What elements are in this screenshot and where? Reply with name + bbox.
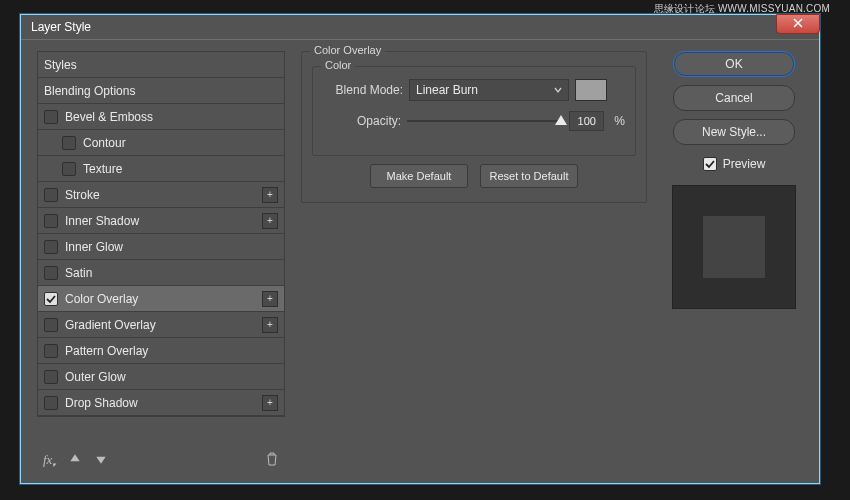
add-instance-button[interactable]: + — [262, 187, 278, 203]
dialog-actions: OK Cancel New Style... Preview — [663, 51, 805, 475]
effect-checkbox[interactable] — [44, 318, 58, 332]
effect-checkbox[interactable] — [62, 136, 76, 150]
effect-row-inner-glow[interactable]: Inner Glow — [38, 234, 284, 260]
add-instance-button[interactable]: + — [262, 395, 278, 411]
settings-panel: Color Overlay Color Blend Mode: Linear B… — [297, 51, 651, 475]
opacity-input[interactable]: 100 — [569, 111, 604, 131]
ok-button[interactable]: OK — [673, 51, 795, 77]
effect-checkbox[interactable] — [44, 292, 58, 306]
slider-thumb[interactable] — [555, 115, 567, 125]
effect-label: Color Overlay — [65, 292, 262, 306]
reset-default-button[interactable]: Reset to Default — [480, 164, 578, 188]
effect-row-outer-glow[interactable]: Outer Glow — [38, 364, 284, 390]
preview-inner — [703, 216, 765, 278]
color-overlay-group: Color Overlay Color Blend Mode: Linear B… — [301, 51, 647, 203]
effect-label: Inner Shadow — [65, 214, 262, 228]
effect-row-inner-shadow[interactable]: Inner Shadow+ — [38, 208, 284, 234]
effect-label: Stroke — [65, 188, 262, 202]
effect-checkbox[interactable] — [44, 214, 58, 228]
effect-checkbox[interactable] — [62, 162, 76, 176]
effect-label: Contour — [83, 136, 278, 150]
color-group-title: Color — [321, 59, 355, 71]
preview-checkbox[interactable] — [703, 157, 717, 171]
titlebar-title: Layer Style — [31, 20, 91, 34]
effect-row-bevel-emboss[interactable]: Bevel & Emboss — [38, 104, 284, 130]
styles-list: Styles Blending Options Bevel & EmbossCo… — [37, 51, 285, 417]
close-icon — [793, 17, 803, 31]
blending-options[interactable]: Blending Options — [38, 78, 284, 104]
effect-row-drop-shadow[interactable]: Drop Shadow+ — [38, 390, 284, 416]
opacity-label: Opacity: — [323, 114, 401, 128]
effect-checkbox[interactable] — [44, 110, 58, 124]
effect-row-contour[interactable]: Contour — [38, 130, 284, 156]
fx-menu-button[interactable]: fx▾ — [43, 452, 56, 469]
effect-checkbox[interactable] — [44, 188, 58, 202]
effect-row-color-overlay[interactable]: Color Overlay+ — [38, 286, 284, 312]
trash-icon[interactable] — [265, 452, 279, 470]
slider-track — [407, 120, 563, 122]
styles-panel: Styles Blending Options Bevel & EmbossCo… — [37, 51, 285, 475]
overlay-color-swatch[interactable] — [575, 79, 607, 101]
move-up-icon[interactable] — [68, 452, 82, 470]
chevron-down-icon — [554, 83, 562, 97]
preview-box — [672, 185, 796, 309]
effect-label: Drop Shadow — [65, 396, 262, 410]
styles-header-label: Styles — [44, 58, 278, 72]
cancel-button[interactable]: Cancel — [673, 85, 795, 111]
effect-label: Outer Glow — [65, 370, 278, 384]
effect-checkbox[interactable] — [44, 240, 58, 254]
add-instance-button[interactable]: + — [262, 317, 278, 333]
group-title: Color Overlay — [310, 44, 385, 56]
effect-label: Inner Glow — [65, 240, 278, 254]
new-style-button[interactable]: New Style... — [673, 119, 795, 145]
color-group: Color Blend Mode: Linear Burn Opacity: — [312, 66, 636, 156]
styles-header[interactable]: Styles — [38, 52, 284, 78]
effect-row-pattern-overlay[interactable]: Pattern Overlay — [38, 338, 284, 364]
opacity-row: Opacity: 100 % — [323, 111, 625, 131]
opacity-unit: % — [614, 114, 625, 128]
effect-label: Texture — [83, 162, 278, 176]
effect-checkbox[interactable] — [44, 266, 58, 280]
effect-label: Gradient Overlay — [65, 318, 262, 332]
layer-style-dialog: Layer Style Styles Blending Options Beve… — [20, 14, 820, 484]
effect-row-satin[interactable]: Satin — [38, 260, 284, 286]
preview-label: Preview — [723, 157, 766, 171]
close-button[interactable] — [776, 14, 820, 34]
make-default-button[interactable]: Make Default — [370, 164, 468, 188]
titlebar: Layer Style — [21, 15, 819, 40]
blend-mode-row: Blend Mode: Linear Burn — [323, 79, 625, 101]
styles-footer: fx▾ — [37, 447, 285, 475]
effect-row-texture[interactable]: Texture — [38, 156, 284, 182]
effect-row-gradient-overlay[interactable]: Gradient Overlay+ — [38, 312, 284, 338]
effect-checkbox[interactable] — [44, 370, 58, 384]
effect-label: Satin — [65, 266, 278, 280]
effect-checkbox[interactable] — [44, 344, 58, 358]
add-instance-button[interactable]: + — [262, 213, 278, 229]
blending-options-label: Blending Options — [44, 84, 278, 98]
blend-mode-dropdown[interactable]: Linear Burn — [409, 79, 569, 101]
effect-label: Pattern Overlay — [65, 344, 278, 358]
effect-label: Bevel & Emboss — [65, 110, 278, 124]
default-buttons: Make Default Reset to Default — [312, 164, 636, 188]
add-instance-button[interactable]: + — [262, 291, 278, 307]
blend-mode-value: Linear Burn — [416, 83, 478, 97]
opacity-slider[interactable] — [407, 113, 563, 129]
blend-mode-label: Blend Mode: — [323, 83, 403, 97]
effect-row-stroke[interactable]: Stroke+ — [38, 182, 284, 208]
preview-toggle[interactable]: Preview — [703, 157, 766, 171]
effect-checkbox[interactable] — [44, 396, 58, 410]
move-down-icon[interactable] — [94, 452, 108, 470]
